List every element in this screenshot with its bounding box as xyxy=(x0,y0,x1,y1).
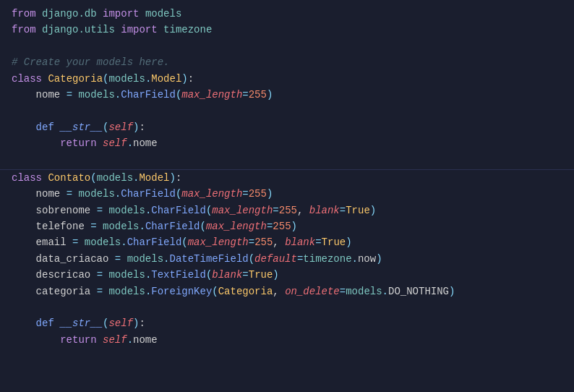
models-ref-3: models xyxy=(108,203,145,218)
models-ref-9: models xyxy=(346,284,382,299)
self-2: self xyxy=(108,315,133,331)
code-line-11: class Contato ( models . Model ) : xyxy=(0,169,574,186)
dot-6: . xyxy=(145,203,151,218)
dot-8: . xyxy=(121,234,127,250)
space xyxy=(108,251,114,267)
number-255-4: 255 xyxy=(273,218,291,234)
paren-close-12: ) xyxy=(133,315,139,331)
code-line-20: def __str__ ( self ) : xyxy=(0,315,574,331)
import-name-timezone: timezone xyxy=(163,22,212,38)
dot-7: . xyxy=(139,218,145,234)
colon-3: : xyxy=(176,170,181,186)
attr-nome-1: nome xyxy=(133,135,158,151)
paren-close-4: ) xyxy=(169,170,175,186)
indent-10 xyxy=(12,284,36,299)
charfield-4: CharField xyxy=(145,218,200,234)
keyword-return-2: return xyxy=(60,332,96,348)
kwarg-default: default xyxy=(254,251,297,267)
paren-open-9: ( xyxy=(249,251,254,267)
keyword-from: from xyxy=(12,6,36,22)
keyword-def-2: def xyxy=(36,315,54,331)
code-line-18: categoria = models . ForeignKey ( Catego… xyxy=(0,284,574,299)
code-line-21: return self . nome xyxy=(0,332,574,348)
charfield-1: CharField xyxy=(121,87,176,103)
var-nome-1: nome xyxy=(36,87,61,103)
dot-4: . xyxy=(133,170,139,186)
equals-kw-9: = xyxy=(242,267,248,283)
import-name-models: models xyxy=(145,6,181,22)
base-class-model: Model xyxy=(151,71,181,87)
space xyxy=(36,6,42,22)
space xyxy=(60,186,66,202)
bool-true-1: True xyxy=(346,203,370,218)
dot-1: . xyxy=(145,71,151,87)
comma-1: , xyxy=(297,203,309,218)
kwarg-max-length-4: max_length xyxy=(206,218,267,234)
paren-open-6: ( xyxy=(206,203,212,218)
equals-kw-1: = xyxy=(242,87,248,103)
space xyxy=(78,234,84,250)
space xyxy=(72,186,78,202)
self-ref-2: self xyxy=(103,332,127,348)
equals-kw-4: = xyxy=(340,203,346,218)
paren-close-7: ) xyxy=(291,218,297,234)
attr-nome-2: nome xyxy=(133,332,158,348)
indent-6 xyxy=(12,218,36,234)
var-data-criacao: data_criacao xyxy=(36,251,109,267)
base-class-models-2: models xyxy=(97,170,133,186)
code-line-19 xyxy=(0,299,574,315)
module-django-db: django.db xyxy=(42,6,97,22)
equals-4: = xyxy=(90,218,96,234)
indent-11 xyxy=(12,315,36,331)
indent-4 xyxy=(12,186,36,202)
kwarg-on-delete: on_delete xyxy=(285,284,340,299)
fk-target-categoria: Categoria xyxy=(218,284,273,299)
equals-6: = xyxy=(115,251,121,267)
comma-3: , xyxy=(273,284,285,299)
equals-8: = xyxy=(97,284,103,299)
method-str-1: __str__ xyxy=(60,119,103,135)
paren-close-10: ) xyxy=(273,267,278,283)
space xyxy=(103,203,108,218)
equals-kw-6: = xyxy=(249,234,254,250)
space xyxy=(42,71,48,87)
space xyxy=(103,284,108,299)
module-django-utils: django.utils xyxy=(42,22,115,38)
space xyxy=(103,267,108,283)
equals-kw-2: = xyxy=(242,186,248,202)
method-str-2: __str__ xyxy=(60,315,103,331)
space xyxy=(97,218,103,234)
space xyxy=(42,170,48,186)
code-line-16: data_criacao = models . DateTimeField ( … xyxy=(0,251,574,267)
timezone-ref: timezone xyxy=(303,251,351,267)
equals-kw-8: = xyxy=(297,251,303,267)
keyword-import: import xyxy=(103,6,139,22)
keyword-class-1: class xyxy=(12,71,42,87)
var-descricao: descricao xyxy=(36,267,91,283)
indent-5 xyxy=(12,203,36,218)
var-categoria: categoria xyxy=(36,284,91,299)
base-class-model-2: Model xyxy=(139,170,169,186)
indent-8 xyxy=(12,251,36,267)
dot-10: . xyxy=(352,251,358,267)
models-ref-8: models xyxy=(108,284,145,299)
foreignkey: ForeignKey xyxy=(151,284,212,299)
paren-open-2: ( xyxy=(176,87,181,103)
equals-5: = xyxy=(72,234,78,250)
colon-1: : xyxy=(188,71,194,87)
number-255-2: 255 xyxy=(249,186,267,202)
models-ref-1: models xyxy=(78,87,114,103)
code-editor: from django.db import models from django… xyxy=(0,0,574,392)
equals-7: = xyxy=(97,267,103,283)
keyword-from-2: from xyxy=(12,22,36,38)
paren-open-5: ( xyxy=(176,186,181,202)
dot-12: . xyxy=(145,284,151,299)
var-email: email xyxy=(36,234,67,250)
indent-9 xyxy=(12,267,36,283)
code-line-15: email = models . CharField ( max_length … xyxy=(0,234,574,250)
keyword-import-2: import xyxy=(121,22,157,38)
indent-1 xyxy=(12,87,36,103)
code-line-1: from django.db import models xyxy=(0,6,574,22)
kwarg-blank-2: blank xyxy=(285,234,315,250)
var-sobrenome: sobrenome xyxy=(36,203,91,218)
